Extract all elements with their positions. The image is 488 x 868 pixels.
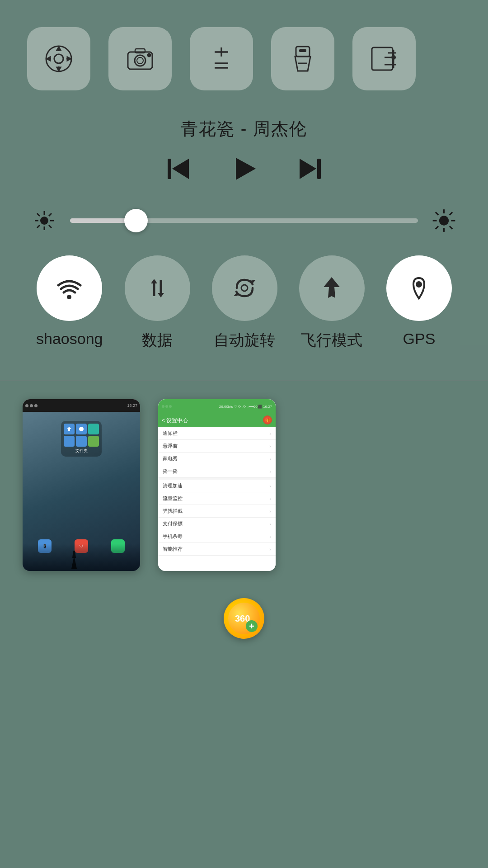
settings-item-9[interactable]: 智能推荐 bbox=[163, 546, 183, 552]
apps-row: 16:27 bbox=[23, 399, 465, 571]
icon-360-inner: 360 + bbox=[228, 603, 260, 634]
settings-item-1[interactable]: 悬浮窗 bbox=[163, 443, 178, 449]
svg-point-60 bbox=[416, 281, 422, 288]
brightness-low-icon bbox=[32, 208, 56, 233]
svg-point-14 bbox=[148, 54, 150, 57]
settings-item-8[interactable]: 手机杀毒 bbox=[163, 533, 183, 540]
brightness-high-icon bbox=[432, 208, 456, 233]
svg-point-52 bbox=[67, 295, 71, 299]
icon-360-wrapper: 360 + bbox=[224, 589, 264, 648]
music-controls bbox=[164, 154, 324, 185]
settings-item-3[interactable]: 摇一摇 bbox=[163, 468, 178, 475]
joystick-icon bbox=[43, 43, 75, 75]
play-icon bbox=[230, 154, 259, 184]
quick-btn-joystick[interactable] bbox=[27, 27, 90, 90]
svg-line-39 bbox=[37, 213, 40, 216]
quick-btn-screenshot[interactable] bbox=[352, 27, 416, 90]
svg-marker-8 bbox=[47, 57, 50, 61]
svg-point-28 bbox=[391, 55, 396, 60]
settings-header-title: < 设置中心 bbox=[162, 417, 188, 425]
toggle-rotate[interactable]: 自动旋转 bbox=[212, 255, 277, 351]
settings-item-5[interactable]: 流量监控 bbox=[163, 495, 183, 502]
brightness-thumb[interactable] bbox=[124, 209, 148, 232]
sun-large-icon bbox=[432, 207, 456, 235]
rotate-toggle-circle[interactable] bbox=[212, 255, 277, 321]
flashlight-icon bbox=[287, 43, 319, 75]
airplane-label: 飞行模式 bbox=[301, 330, 362, 351]
toggle-data[interactable]: 数据 bbox=[125, 255, 190, 351]
svg-marker-33 bbox=[300, 159, 316, 179]
airplane-icon bbox=[317, 274, 347, 303]
svg-point-12 bbox=[137, 57, 143, 64]
brightness-slider[interactable] bbox=[70, 218, 418, 223]
settings-item-6[interactable]: 骚扰拦截 bbox=[163, 508, 183, 514]
rotate-icon bbox=[230, 274, 259, 303]
svg-line-51 bbox=[436, 226, 438, 229]
settings-item-7[interactable]: 支付保镖 bbox=[163, 520, 183, 527]
quick-actions-row bbox=[27, 27, 416, 90]
svg-rect-29 bbox=[168, 159, 171, 179]
toggles-section: shaosong 数据 bbox=[27, 255, 461, 351]
app-card-1[interactable]: 16:27 bbox=[23, 399, 140, 571]
camera-icon bbox=[124, 43, 156, 75]
svg-rect-32 bbox=[317, 159, 321, 179]
svg-line-40 bbox=[49, 225, 52, 228]
svg-point-11 bbox=[135, 55, 145, 66]
toggle-wifi[interactable]: shaosong bbox=[36, 255, 103, 348]
svg-line-48 bbox=[436, 212, 438, 215]
folder-label: 文件夹 bbox=[64, 448, 99, 454]
airplane-toggle-circle[interactable] bbox=[299, 255, 365, 321]
svg-point-1 bbox=[54, 54, 63, 63]
svg-rect-23 bbox=[372, 47, 393, 70]
svg-marker-7 bbox=[57, 67, 61, 71]
wifi-toggle-circle[interactable] bbox=[37, 255, 102, 321]
control-center: 青花瓷 - 周杰伦 bbox=[0, 0, 488, 380]
svg-point-59 bbox=[241, 285, 248, 291]
recent-apps-section: 16:27 bbox=[0, 381, 488, 868]
svg-marker-61 bbox=[67, 427, 71, 431]
toggle-gps[interactable]: GPS bbox=[386, 255, 452, 348]
svg-marker-56 bbox=[158, 293, 164, 297]
calculator-icon bbox=[206, 43, 237, 75]
settings-item-2[interactable]: 家电秀 bbox=[163, 455, 178, 462]
svg-point-43 bbox=[439, 216, 449, 225]
music-prev-button[interactable] bbox=[164, 154, 193, 185]
gps-icon bbox=[404, 274, 434, 303]
svg-point-62 bbox=[79, 427, 84, 431]
music-section: 青花瓷 - 周杰伦 bbox=[27, 118, 461, 185]
music-play-button[interactable] bbox=[230, 154, 259, 185]
data-label: 数据 bbox=[142, 330, 173, 351]
svg-marker-30 bbox=[172, 159, 189, 179]
quick-btn-flashlight[interactable] bbox=[271, 27, 334, 90]
svg-line-42 bbox=[37, 225, 40, 228]
svg-point-34 bbox=[40, 217, 48, 225]
svg-marker-6 bbox=[57, 47, 61, 50]
data-toggle-circle[interactable] bbox=[125, 255, 190, 321]
svg-marker-31 bbox=[236, 158, 256, 180]
svg-rect-22 bbox=[299, 49, 306, 52]
svg-line-49 bbox=[450, 226, 452, 229]
music-next-button[interactable] bbox=[295, 154, 324, 185]
next-icon bbox=[295, 154, 324, 184]
svg-line-50 bbox=[450, 212, 452, 215]
settings-item-0[interactable]: 通知栏 bbox=[163, 430, 178, 437]
toggle-airplane[interactable]: 飞行模式 bbox=[299, 255, 365, 351]
settings-item-4[interactable]: 清理加速 bbox=[163, 482, 183, 489]
app-card-2[interactable]: 26.00b/s ♡ ⟳ .⟳ .⟶60⬛ 16:27 < 设置中心 🎁 通知栏… bbox=[158, 399, 276, 571]
screenshot-icon bbox=[368, 43, 400, 75]
data-icon bbox=[143, 274, 172, 303]
plus-badge: + bbox=[246, 620, 258, 632]
music-title: 青花瓷 - 周杰伦 bbox=[181, 118, 307, 141]
svg-marker-9 bbox=[67, 57, 70, 61]
quick-btn-camera[interactable] bbox=[108, 27, 172, 90]
icon-360-button[interactable]: 360 + bbox=[224, 598, 264, 639]
quick-btn-calculator[interactable] bbox=[190, 27, 253, 90]
sun-small-icon bbox=[33, 209, 56, 232]
wifi-label: shaosong bbox=[36, 330, 103, 348]
gps-toggle-circle[interactable] bbox=[386, 255, 452, 321]
gps-label: GPS bbox=[403, 330, 436, 348]
wifi-icon bbox=[55, 274, 84, 303]
rotate-label: 自动旋转 bbox=[214, 330, 275, 351]
svg-line-41 bbox=[49, 213, 52, 216]
prev-icon bbox=[164, 154, 193, 184]
